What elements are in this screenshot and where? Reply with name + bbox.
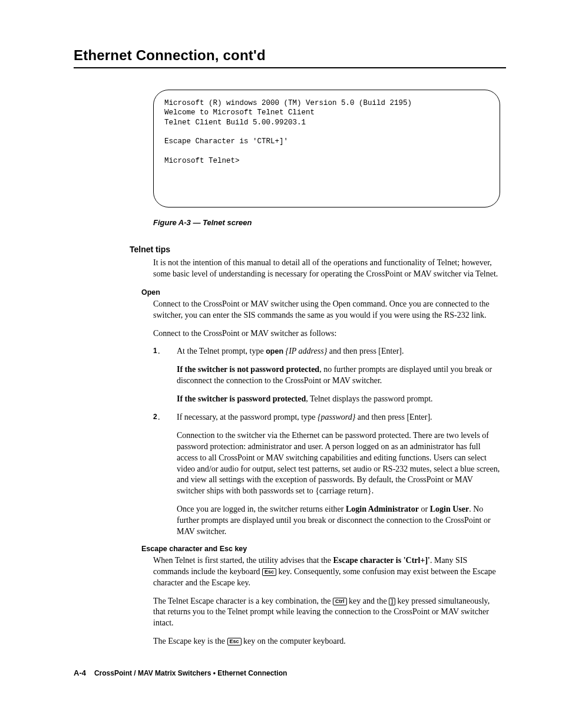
subheading-open: Open [141,288,506,297]
emphasis: If the switcher is not password protecte… [177,365,319,374]
chapter-title: Ethernet Connection, cont'd [74,47,506,64]
telnet-line: Microsoft (R) windows 2000 (TM) Version … [164,99,412,107]
text-run: Once you are logged in, the switcher ret… [177,505,346,513]
paragraph: It is not the intention of this manual t… [153,258,500,280]
keycap-bracket-icon: ] [389,598,395,605]
command-arg: {IP address} [283,347,327,355]
text-run: At the Telnet prompt, type [177,347,266,355]
telnet-screenshot: Microsoft (R) windows 2000 (TM) Version … [153,90,500,207]
paragraph: Connect to the CrossPoint or MAV switche… [153,328,500,340]
step-text: If necessary, at the password prompt, ty… [177,412,500,423]
text-run: key on the computer keyboard. [242,637,346,645]
text-run: The Telnet Escape character is a key com… [153,597,333,605]
footer-text: CrossPoint / MAV Matrix Switchers • Ethe… [94,669,287,677]
text-run: When Telnet is first started, the utilit… [153,556,333,565]
paragraph: The Telnet Escape character is a key com… [153,596,500,630]
command-open: open [266,347,283,355]
chapter-rule [74,67,506,68]
telnet-line: Telnet Client Build 5.00.99203.1 [164,118,306,127]
page-number: A-4 [74,668,86,677]
step-text: Once you are logged in, the switcher ret… [177,504,500,538]
command-arg: {password} [318,413,355,421]
telnet-line: Microsoft Telnet> [164,157,240,165]
keycap-esc-icon: Esc [262,568,276,576]
step-text: Connection to the switcher via the Ether… [177,430,500,497]
telnet-line: Escape Character is 'CTRL+]' [164,137,288,146]
paragraph: Connect to the CrossPoint or MAV switche… [153,299,500,321]
text-run: , Telnet displays the password prompt. [306,394,432,403]
keycap-esc-icon: Esc [227,638,242,645]
step-text: At the Telnet prompt, type open {IP addr… [177,346,500,357]
keycap-ctrl-icon: Ctrl [333,598,347,605]
step-2: If necessary, at the password prompt, ty… [153,412,500,538]
step-1: At the Telnet prompt, type open {IP addr… [153,346,500,405]
step-text: If the switcher is not password protecte… [177,364,500,387]
figure-caption: Figure A-3 — Telnet screen [153,218,506,227]
paragraph: The Escape key is the Esc key on the com… [153,636,500,647]
text-run: or [419,505,430,513]
text-run: If necessary, at the password prompt, ty… [177,413,318,421]
emphasis: Login Administrator [346,505,419,513]
section-heading-telnet-tips: Telnet tips [130,245,506,254]
subheading-escape: Escape character and Esc key [141,545,506,553]
telnet-line: Welcome to Microsoft Telnet Client [164,108,315,117]
emphasis: Escape character is 'Ctrl+]' [333,556,430,565]
text-run: The Escape key is the [153,637,227,645]
text-run: and then press [Enter]. [355,413,432,421]
text-run: key and the [347,597,389,605]
telnet-output: Microsoft (R) windows 2000 (TM) Version … [164,98,489,166]
emphasis: Login User [430,505,470,513]
emphasis: If the switcher is password protected [177,394,306,403]
step-text: If the switcher is password protected, T… [177,394,500,405]
document-page: Ethernet Connection, cont'd Microsoft (R… [0,0,562,713]
page-footer: A-4CrossPoint / MAV Matrix Switchers • E… [74,668,506,677]
steps-list: At the Telnet prompt, type open {IP addr… [153,346,500,537]
paragraph: When Telnet is first started, the utilit… [153,555,500,589]
text-run: and then press [Enter]. [327,347,404,355]
